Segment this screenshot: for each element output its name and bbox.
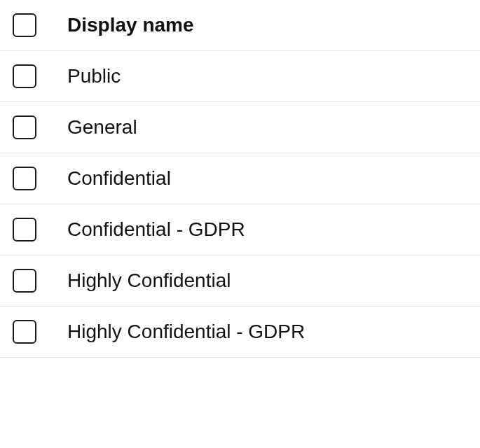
row-label: Highly Confidential xyxy=(67,270,231,292)
row-checkbox[interactable] xyxy=(13,269,36,293)
row-label: Confidential - GDPR xyxy=(67,218,245,241)
list-header-row: Display name xyxy=(0,0,480,51)
row-label: General xyxy=(67,116,137,139)
column-header-display-name: Display name xyxy=(67,14,194,36)
row-label: Public xyxy=(67,65,121,88)
list-item[interactable]: Highly Confidential - GDPR xyxy=(0,307,480,358)
row-checkbox[interactable] xyxy=(13,115,36,139)
list-item[interactable]: Highly Confidential xyxy=(0,255,480,307)
list-item[interactable]: Confidential - GDPR xyxy=(0,204,480,255)
select-all-checkbox[interactable] xyxy=(13,13,36,37)
row-checkbox[interactable] xyxy=(13,64,36,88)
sensitivity-label-list: Display name Public General Confidential… xyxy=(0,0,480,358)
list-item[interactable]: Public xyxy=(0,51,480,102)
row-label: Highly Confidential - GDPR xyxy=(67,321,305,343)
row-checkbox[interactable] xyxy=(13,320,36,344)
row-checkbox[interactable] xyxy=(13,218,36,241)
list-item[interactable]: Confidential xyxy=(0,153,480,204)
list-item[interactable]: General xyxy=(0,102,480,153)
row-checkbox[interactable] xyxy=(13,167,36,190)
row-label: Confidential xyxy=(67,167,171,190)
